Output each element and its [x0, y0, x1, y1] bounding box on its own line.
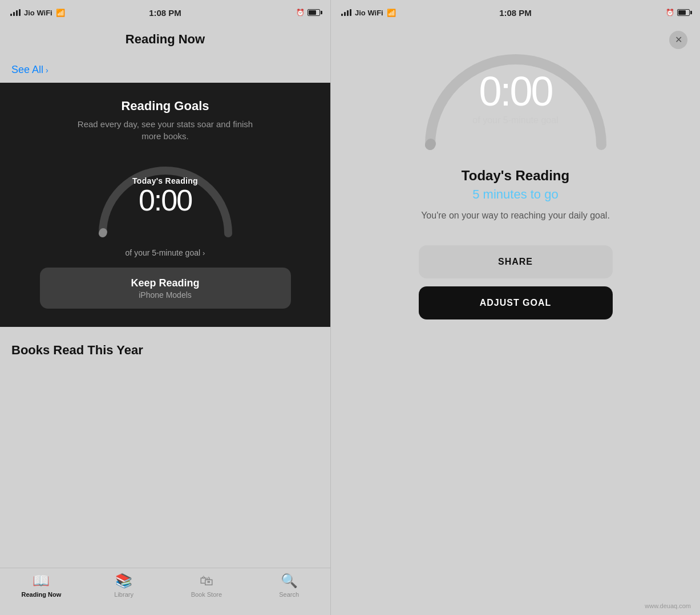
- right-wifi-icon: 📶: [387, 9, 396, 17]
- adjust-goal-button[interactable]: ADJUST GOAL: [419, 286, 613, 319]
- see-all-text[interactable]: See All: [11, 64, 43, 76]
- goal-text-label: of your 5-minute goal: [126, 248, 201, 257]
- search-icon: 🔍: [281, 573, 298, 589]
- page-title: Reading Now: [126, 32, 205, 47]
- right-signal-bars: [341, 9, 351, 16]
- left-clock: 1:08 PM: [149, 8, 181, 18]
- left-phone: Jio WiFi 📶 1:08 PM ⏰ Reading Now See All…: [0, 0, 331, 615]
- tab-search-label: Search: [279, 591, 299, 598]
- alarm-icon: ⏰: [296, 9, 305, 17]
- bookstore-icon: 🛍: [200, 573, 213, 589]
- goal-chevron-icon: ›: [203, 249, 205, 257]
- book-icon: 📖: [33, 573, 50, 589]
- gauge-container: Today's Reading 0:00: [86, 153, 245, 239]
- keep-reading-main-label: Keep Reading: [131, 277, 199, 289]
- gauge-goal-text[interactable]: of your 5-minute goal ›: [126, 248, 205, 257]
- todays-reading-section: Today's Reading 5 minutes to go You're o…: [421, 168, 610, 222]
- books-section-title: Books Read This Year: [11, 343, 143, 357]
- gauge-time: 0:00: [139, 185, 192, 215]
- carrier-label: Jio WiFi: [24, 9, 52, 17]
- right-phone: Jio WiFi 📶 1:08 PM ⏰ ✕ 0:00 of your 5-mi…: [331, 0, 700, 615]
- tab-reading-now-label: Reading Now: [22, 591, 62, 598]
- tab-bar: 📖 Reading Now 📚 Library 🛍 Book Store 🔍 S…: [0, 568, 330, 615]
- todays-reading-description: You're on your way to reaching your dail…: [421, 209, 610, 222]
- right-gauge-time: 0:00: [479, 71, 552, 112]
- wifi-icon: 📶: [56, 9, 65, 17]
- tab-library[interactable]: 📚 Library: [83, 573, 165, 598]
- signal-bars: [10, 9, 21, 16]
- close-icon: ✕: [675, 35, 682, 44]
- keep-reading-sub-label: iPhone Models: [139, 290, 192, 300]
- todays-reading-title: Today's Reading: [421, 168, 610, 184]
- tab-library-label: Library: [114, 591, 133, 598]
- right-gauge-container: 0:00 of your 5-minute goal: [413, 42, 618, 156]
- right-alarm-icon: ⏰: [666, 9, 674, 17]
- goals-title: Reading Goals: [121, 99, 209, 114]
- tab-bookstore[interactable]: 🛍 Book Store: [165, 573, 248, 598]
- right-status-bar: Jio WiFi 📶 1:08 PM ⏰: [331, 0, 700, 25]
- library-icon: 📚: [115, 573, 132, 589]
- tab-reading-now[interactable]: 📖 Reading Now: [0, 573, 83, 598]
- right-status-carrier: Jio WiFi 📶: [341, 9, 396, 17]
- watermark: www.deuaq.com: [645, 602, 691, 609]
- right-status-right: ⏰: [666, 9, 690, 17]
- battery-icon: [307, 9, 320, 16]
- right-goal-label: of your 5-minute goal: [472, 115, 558, 126]
- share-button-label: SHARE: [498, 257, 533, 267]
- right-carrier-label: Jio WiFi: [355, 9, 383, 17]
- right-content: 0:00 of your 5-minute goal Today's Readi…: [331, 25, 700, 615]
- adjust-goal-label: ADJUST GOAL: [480, 298, 552, 308]
- keep-reading-button[interactable]: Keep Reading iPhone Models: [40, 268, 291, 309]
- see-all-row[interactable]: See All ›: [0, 54, 330, 83]
- left-status-bar: Jio WiFi 📶 1:08 PM ⏰: [0, 0, 330, 25]
- left-status-carrier: Jio WiFi 📶: [10, 9, 65, 17]
- tab-bookstore-label: Book Store: [191, 591, 222, 598]
- goals-subtitle: Read every day, see your stats soar and …: [74, 118, 257, 142]
- reading-goals-card: Reading Goals Read every day, see your s…: [0, 83, 330, 327]
- gauge-inner-text: Today's Reading 0:00: [86, 176, 245, 215]
- close-button[interactable]: ✕: [669, 31, 687, 49]
- tab-search[interactable]: 🔍 Search: [248, 573, 330, 598]
- left-status-right: ⏰: [296, 9, 320, 17]
- chevron-right-icon: ›: [46, 66, 48, 75]
- todays-reading-minutes: 5 minutes to go: [421, 187, 610, 202]
- right-clock: 1:08 PM: [499, 8, 532, 18]
- right-gauge-inner: 0:00 of your 5-minute goal: [413, 71, 618, 126]
- right-battery-icon: [677, 9, 690, 16]
- nav-title: Reading Now: [0, 25, 330, 54]
- share-button[interactable]: SHARE: [419, 245, 613, 278]
